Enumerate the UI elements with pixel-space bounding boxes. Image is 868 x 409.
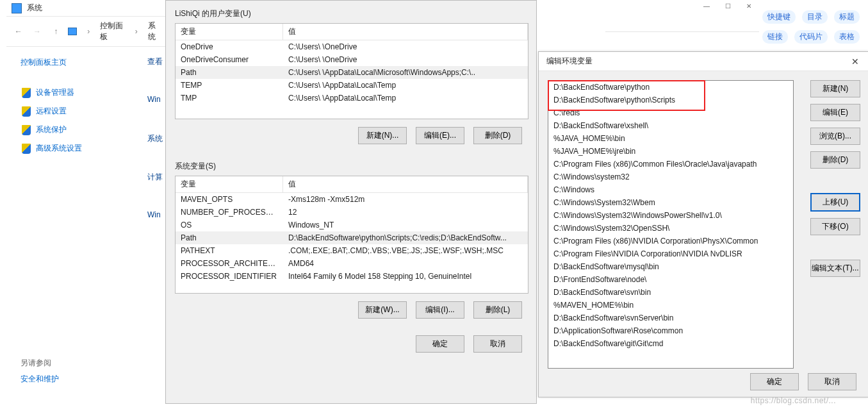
up-arrow-icon[interactable]: ↑ — [49, 24, 63, 39]
sys-delete-button[interactable]: 删除(L) — [473, 301, 522, 319]
security-maintenance-link[interactable]: 安全和维护 — [20, 374, 59, 385]
help-pill[interactable]: 目录 — [802, 10, 828, 24]
table-row[interactable]: OneDriveC:\Users\ \OneDrive — [176, 40, 528, 53]
path-item[interactable]: D:\BackEndSoftware\svnServer\bin — [548, 312, 793, 324]
path-item[interactable]: D:\BackEndSoftware\mysql\bin — [548, 260, 793, 273]
sidebar-item-2[interactable]: 系统保护 — [20, 121, 155, 139]
table-row[interactable]: OneDriveConsumerC:\Users\ \OneDrive — [176, 53, 528, 66]
path-item[interactable]: D:\BackEndSoftware\python\Scripts — [548, 94, 793, 106]
table-row[interactable]: MAVEN_OPTS-Xms128m -Xmx512m — [176, 193, 528, 206]
help-pill[interactable]: 代码片 — [794, 30, 828, 44]
breadcrumb-system[interactable]: 系统 — [148, 21, 161, 42]
move-up-button[interactable]: 上移(U) — [810, 193, 860, 212]
env-cancel-button[interactable]: 取消 — [473, 335, 522, 353]
cell-variable: Path — [176, 66, 283, 79]
path-item[interactable]: C:\Windows — [548, 183, 793, 196]
user-vars-grid[interactable]: 变量 值 OneDriveC:\Users\ \OneDriveOneDrive… — [175, 23, 528, 119]
table-row[interactable]: PathC:\Users\ \AppData\Local\Microsoft\W… — [176, 66, 528, 79]
table-row[interactable]: TEMPC:\Users\ \AppData\Local\Temp — [176, 79, 528, 92]
table-row[interactable]: PATHEXT.COM;.EXE;.BAT;.CMD;.VBS;.VBE;.JS… — [176, 244, 528, 257]
system-vars-grid[interactable]: 变量 值 MAVEN_OPTS-Xms128m -Xmx512mNUMBER_O… — [175, 176, 528, 294]
cell-value: C:\Users\ \AppData\Local\Temp — [283, 79, 528, 92]
cell-variable: NUMBER_OF_PROCESSORS — [176, 206, 283, 219]
path-listbox[interactable]: D:\BackEndSoftware\pythonD:\BackEndSoftw… — [548, 80, 794, 369]
path-item[interactable]: D:\BackEndSoftware\git\Git\cmd — [548, 337, 793, 350]
cell-variable: PROCESSOR_ARCHITECT... — [176, 257, 283, 270]
table-row[interactable]: PROCESSOR_IDENTIFIERIntel64 Family 6 Mod… — [176, 270, 528, 283]
see-also-label: 另请参阅 — [20, 358, 59, 369]
table-row[interactable]: PROCESSOR_ARCHITECT...AMD64 — [176, 257, 528, 270]
path-item[interactable]: D:\FrontEndSoftware\node\ — [548, 273, 793, 286]
sidebar-item-label: 高级系统设置 — [36, 143, 82, 154]
shield-icon — [22, 88, 31, 98]
chevron-icon: › — [135, 27, 138, 36]
help-pill[interactable]: 标题 — [834, 10, 860, 24]
cell-value: AMD64 — [283, 257, 528, 270]
maximize-icon[interactable]: ☐ — [725, 3, 731, 10]
col-header-variable[interactable]: 变量 — [176, 176, 283, 192]
path-item[interactable]: %JAVA_HOME%\jre\bin — [548, 145, 793, 158]
edit-ok-button[interactable]: 确定 — [750, 373, 799, 390]
path-item[interactable]: D:\BackEndSoftware\svn\bin — [548, 286, 793, 299]
cell-variable: PATHEXT — [176, 244, 283, 257]
control-panel-home-link[interactable]: 控制面板主页 — [20, 57, 155, 68]
path-item[interactable]: C:\Windows\system32 — [548, 171, 793, 183]
monitor-icon — [68, 28, 77, 35]
sidebar-item-3[interactable]: 高级系统设置 — [20, 139, 155, 158]
system-vars-label: 系统变量(S) — [175, 161, 527, 172]
path-item[interactable]: D:\ApplicationSoftware\Rose\common — [548, 324, 793, 337]
path-item[interactable]: C:\Program Files\NVIDIA Corporation\NVID… — [548, 247, 793, 260]
sidebar-item-label: 设备管理器 — [36, 87, 74, 98]
table-row[interactable]: PathD:\BackEndSoftware\python\Scripts;C:… — [176, 231, 528, 244]
env-ok-button[interactable]: 确定 — [416, 335, 464, 353]
col-header-value[interactable]: 值 — [283, 24, 528, 40]
help-pill[interactable]: 快捷键 — [762, 10, 796, 24]
path-item[interactable]: C:\Program Files (x86)\NVIDIA Corporatio… — [548, 235, 793, 247]
sidebar-item-0[interactable]: 设备管理器 — [20, 83, 155, 102]
shield-icon — [22, 106, 31, 117]
path-item[interactable]: %JAVA_HOME%\bin — [548, 132, 793, 145]
close-icon[interactable]: ✕ — [848, 56, 863, 67]
sidebar-item-label: 系统保护 — [36, 124, 67, 135]
sys-new-button[interactable]: 新建(W)... — [358, 301, 407, 319]
cell-value: Intel64 Family 6 Model 158 Stepping 10, … — [283, 270, 528, 283]
help-pill[interactable]: 链接 — [762, 30, 788, 44]
col-header-value[interactable]: 值 — [283, 176, 528, 192]
nav-bar: ← → ↑ › 控制面板 › 系统 — [6, 17, 167, 47]
path-item[interactable]: D:\BackEndSoftware\xshell\ — [548, 119, 793, 132]
move-down-button[interactable]: 下移(O) — [810, 218, 860, 235]
new-button[interactable]: 新建(N) — [810, 80, 860, 97]
edit-button[interactable]: 编辑(E) — [810, 104, 860, 121]
minimize-icon[interactable]: — — [703, 3, 710, 10]
help-pill[interactable]: 表格 — [834, 30, 860, 44]
path-item[interactable]: C:\Program Files (x86)\Common Files\Orac… — [548, 158, 793, 171]
breadcrumb-control-panel[interactable]: 控制面板 — [100, 21, 127, 42]
table-row[interactable]: TMPC:\Users\ \AppData\Local\Temp — [176, 92, 528, 104]
path-item[interactable]: C:\Windows\System32\Wbem — [548, 196, 793, 209]
path-item[interactable]: C:\redis — [548, 106, 793, 119]
cell-value: C:\Users\ \OneDrive — [283, 40, 528, 53]
user-delete-button[interactable]: 删除(D) — [473, 127, 522, 144]
sidebar-item-1[interactable]: 远程设置 — [20, 102, 155, 121]
user-new-button[interactable]: 新建(N)... — [358, 127, 407, 144]
delete-button[interactable]: 删除(D) — [810, 151, 860, 169]
user-vars-label: LiShiQi 的用户变量(U) — [175, 8, 527, 19]
close-icon[interactable]: ✕ — [746, 3, 751, 10]
browse-button[interactable]: 浏览(B)... — [810, 128, 860, 145]
user-edit-button[interactable]: 编辑(E)... — [416, 127, 464, 144]
edit-dialog-title: 编辑环境变量 — [546, 56, 593, 67]
cell-variable: OneDrive — [176, 40, 283, 53]
back-arrow-icon[interactable]: ← — [12, 24, 25, 39]
edit-text-button[interactable]: 编辑文本(T)... — [810, 260, 860, 277]
cell-value: -Xms128m -Xmx512m — [283, 193, 528, 206]
path-item[interactable]: D:\BackEndSoftware\python — [548, 81, 793, 94]
table-row[interactable]: NUMBER_OF_PROCESSORS12 — [176, 206, 528, 219]
path-item[interactable]: C:\Windows\System32\OpenSSH\ — [548, 222, 793, 235]
table-row[interactable]: OSWindows_NT — [176, 219, 528, 231]
sidebar-item-label: 远程设置 — [36, 106, 67, 117]
path-item[interactable]: %MAVEN_HOME%\bin — [548, 299, 793, 312]
sys-edit-button[interactable]: 编辑(I)... — [416, 301, 464, 319]
col-header-variable[interactable]: 变量 — [176, 24, 283, 40]
edit-cancel-button[interactable]: 取消 — [808, 373, 856, 390]
path-item[interactable]: C:\Windows\System32\WindowsPowerShell\v1… — [548, 209, 793, 222]
